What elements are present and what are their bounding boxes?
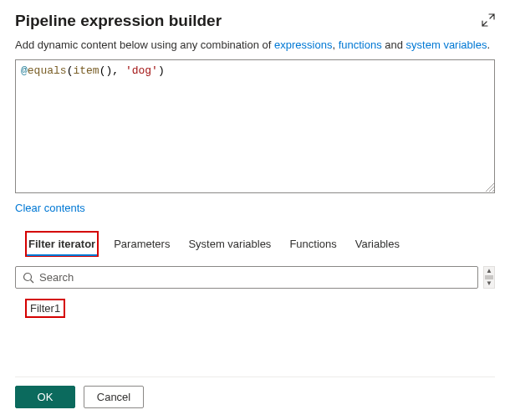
svg-point-0 [24,273,32,280]
search-input[interactable] [39,271,471,284]
expressions-link[interactable]: expressions [274,38,332,51]
scroll-down-icon[interactable]: ▼ [486,280,492,287]
scrollbar[interactable]: ▲ ▼ [483,266,495,289]
search-icon [23,272,34,284]
cancel-button[interactable]: Cancel [84,386,144,408]
svg-line-1 [31,279,34,283]
functions-link[interactable]: functions [339,38,382,51]
clear-contents-link[interactable]: Clear contents [15,202,85,214]
item-list: Filter1 [15,300,495,316]
system-variables-link[interactable]: system variables [406,38,487,51]
search-field[interactable] [15,266,478,289]
tabs: Filter iterator Parameters System variab… [15,233,401,256]
subtitle: Add dynamic content below using any comb… [15,38,495,51]
tab-parameters[interactable]: Parameters [112,233,171,255]
tab-filter-iterator[interactable]: Filter iterator [27,233,97,255]
tab-variables[interactable]: Variables [354,233,401,255]
expression-editor[interactable]: @equals(item(), 'dog') [15,59,495,193]
ok-button[interactable]: OK [15,386,75,408]
subtitle-text: Add dynamic content below using any comb… [15,38,274,51]
tab-functions[interactable]: Functions [288,233,338,255]
expand-icon[interactable] [482,13,495,29]
page-title: Pipeline expression builder [15,12,222,30]
scroll-up-icon[interactable]: ▲ [486,268,492,274]
list-item[interactable]: Filter1 [27,300,64,316]
tab-system-variables[interactable]: System variables [186,233,273,255]
